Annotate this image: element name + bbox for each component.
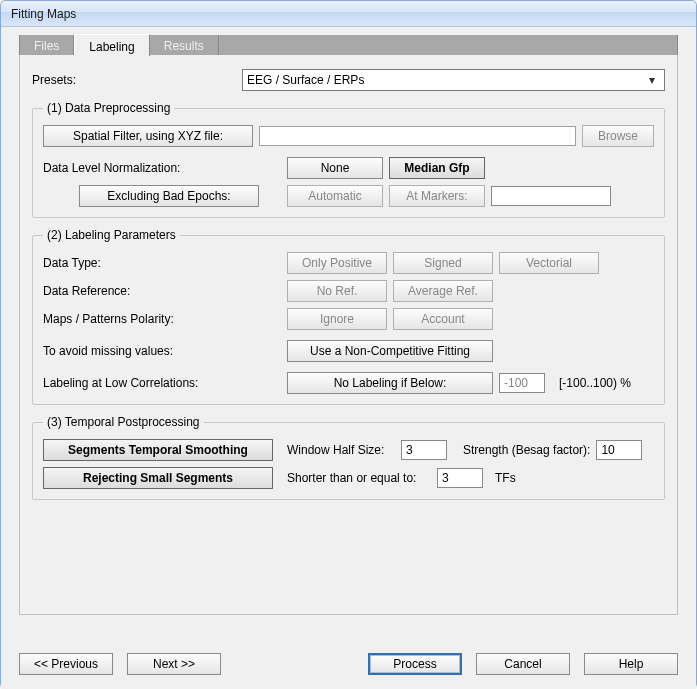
presets-value: EEG / Surface / ERPs [247,73,364,87]
spatial-filter-path-field[interactable] [259,126,576,146]
tab-labeling[interactable]: Labeling [74,34,149,56]
strength-input[interactable] [596,440,642,460]
next-button[interactable]: Next >> [127,653,221,675]
tfs-label: TFs [495,471,516,485]
section1-legend: (1) Data Preprocessing [43,101,174,115]
dropdown-arrow-icon: ▾ [644,73,660,87]
cancel-button[interactable]: Cancel [476,653,570,675]
rejecting-small-segments-button[interactable]: Rejecting Small Segments [43,467,273,489]
low-corr-value-input[interactable] [499,373,545,393]
window-frame: Fitting Maps Files Labeling Results Pres… [0,0,697,689]
spatial-filter-button[interactable]: Spatial Filter, using XYZ file: [43,125,253,147]
shorter-than-label: Shorter than or equal to: [287,471,431,485]
previous-button[interactable]: << Previous [19,653,113,675]
section2-legend: (2) Labeling Parameters [43,228,180,242]
section-data-preprocessing: (1) Data Preprocessing Spatial Filter, u… [32,101,665,218]
shorter-than-input[interactable] [437,468,483,488]
footer-buttons: << Previous Next >> Process Cancel Help [19,653,678,675]
only-positive-button[interactable]: Only Positive [287,252,387,274]
avoid-missing-label: To avoid missing values: [43,344,287,358]
tab-results[interactable]: Results [150,35,219,55]
data-reference-label: Data Reference: [43,284,287,298]
tabstrip: Files Labeling Results [19,35,678,55]
data-type-label: Data Type: [43,256,287,270]
avg-ref-button[interactable]: Average Ref. [393,280,493,302]
tab-files[interactable]: Files [20,35,74,55]
titlebar[interactable]: Fitting Maps [1,1,696,27]
bad-epochs-automatic-button[interactable]: Automatic [287,185,383,207]
no-ref-button[interactable]: No Ref. [287,280,387,302]
polarity-label: Maps / Patterns Polarity: [43,312,287,326]
norm-label: Data Level Normalization: [43,161,287,175]
low-corr-label: Labeling at Low Correlations: [43,376,287,390]
presets-dropdown[interactable]: EEG / Surface / ERPs ▾ [242,69,665,91]
section-labeling-parameters: (2) Labeling Parameters Data Type: Only … [32,228,665,405]
noncompetitive-fitting-button[interactable]: Use a Non-Competitive Fitting [287,340,493,362]
presets-label: Presets: [32,73,242,87]
no-labeling-below-button[interactable]: No Labeling if Below: [287,372,493,394]
client-area: Files Labeling Results Presets: EEG / Su… [1,27,696,689]
window-half-size-label: Window Half Size: [287,443,395,457]
help-button[interactable]: Help [584,653,678,675]
bad-epochs-at-markers-button[interactable]: At Markers: [389,185,485,207]
segments-temporal-smoothing-button[interactable]: Segments Temporal Smoothing [43,439,273,461]
vectorial-button[interactable]: Vectorial [499,252,599,274]
low-corr-range-text: [-100..100) % [559,376,631,390]
section3-legend: (3) Temporal Postprocessing [43,415,204,429]
polarity-account-button[interactable]: Account [393,308,493,330]
norm-none-button[interactable]: None [287,157,383,179]
signed-button[interactable]: Signed [393,252,493,274]
window-half-size-input[interactable] [401,440,447,460]
excluding-bad-epochs-button[interactable]: Excluding Bad Epochs: [79,185,259,207]
browse-button[interactable]: Browse [582,125,654,147]
norm-median-gfp-button[interactable]: Median Gfp [389,157,485,179]
strength-label: Strength (Besag factor): [463,443,590,457]
tab-panel: Presets: EEG / Surface / ERPs ▾ (1) Data… [19,55,678,615]
bad-epochs-markers-input[interactable] [491,186,611,206]
process-button[interactable]: Process [368,653,462,675]
polarity-ignore-button[interactable]: Ignore [287,308,387,330]
window-title: Fitting Maps [11,7,76,21]
section-temporal-postprocessing: (3) Temporal Postprocessing Segments Tem… [32,415,665,500]
